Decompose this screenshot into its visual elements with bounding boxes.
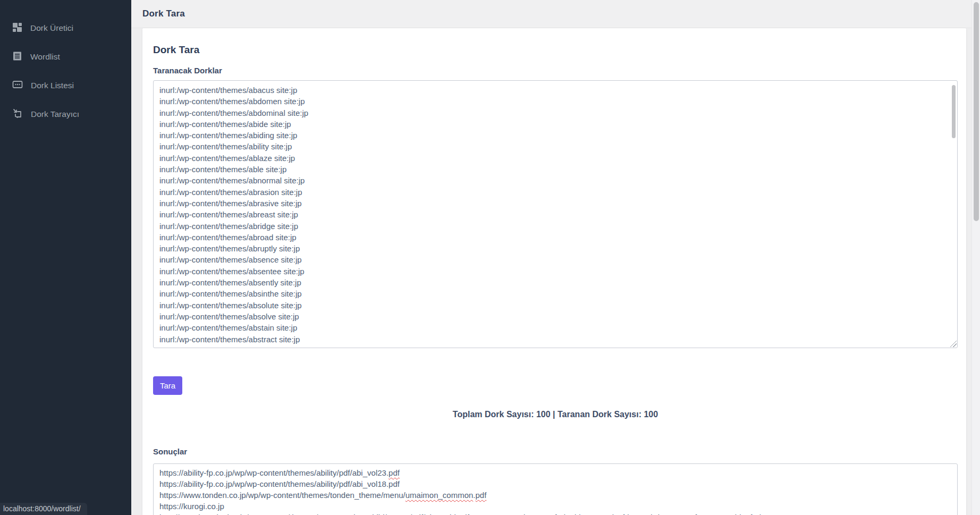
result-line: https://ability-fp.co.jp/wp/wp-content/t…	[159, 467, 947, 478]
dorks-textarea[interactable]: inurl:/wp-content/themes/abacus site:jp …	[153, 80, 958, 348]
scan-icon	[12, 108, 23, 121]
sidebar: Dork Üretici Wordlist	[0, 0, 131, 515]
sidebar-item-dork-listesi[interactable]: Dork Listesi	[0, 71, 131, 100]
page-header: Dork Tara	[131, 0, 971, 28]
main-area: Dork Tara Dork Tara Taranacak Dorklar in…	[131, 0, 971, 515]
tara-button[interactable]: Tara	[153, 376, 182, 395]
result-line: https://kurogi.co.jp	[159, 501, 947, 512]
sidebar-item-dork-uretici[interactable]: Dork Üretici	[0, 14, 131, 43]
page-title: Dork Tara	[142, 9, 185, 19]
sidebar-item-label: Dork Tarayıcı	[31, 109, 79, 119]
sidebar-item-label: Wordlist	[30, 52, 60, 62]
url-preview-bubble: localhost:8000/wordlist/	[0, 503, 87, 515]
sidebar-item-label: Dork Listesi	[31, 81, 74, 90]
results-label: Sonuçlar	[153, 447, 958, 457]
url-preview-text: localhost:8000/wordlist/	[3, 504, 81, 513]
sidebar-item-dork-tarayici[interactable]: Dork Tarayıcı	[0, 100, 131, 129]
dorks-scrollbar-thumb[interactable]	[952, 85, 956, 138]
result-line: http://www.hmarketing.in/wp-content/them…	[159, 512, 947, 515]
dorks-label: Taranacak Dorklar	[153, 66, 958, 75]
dots-box-icon	[12, 79, 23, 92]
dork-tara-card: Dork Tara Taranacak Dorklar inurl:/wp-co…	[142, 28, 966, 515]
dork-counter: Toplam Dork Sayısı: 100 | Taranan Dork S…	[153, 409, 958, 420]
grid-icon	[12, 22, 22, 35]
dorks-text[interactable]: inurl:/wp-content/themes/abacus site:jp …	[154, 81, 957, 348]
page-scrollbar-thumb[interactable]	[974, 2, 979, 221]
sidebar-item-label: Dork Üretici	[30, 23, 73, 33]
wordlist-icon	[12, 51, 22, 63]
sidebar-nav: Dork Üretici Wordlist	[0, 0, 131, 129]
sidebar-item-wordlist[interactable]: Wordlist	[0, 43, 131, 71]
dorks-resize-handle[interactable]	[950, 340, 957, 347]
result-line: https://ability-fp.co.jp/wp/wp-content/t…	[159, 478, 947, 489]
result-line: https://www.tonden.co.jp/wp/wp-content/t…	[159, 489, 947, 501]
results-box[interactable]: https://ability-fp.co.jp/wp/wp-content/t…	[153, 463, 958, 515]
card-title: Dork Tara	[153, 44, 958, 56]
page-scrollbar[interactable]	[971, 0, 980, 515]
